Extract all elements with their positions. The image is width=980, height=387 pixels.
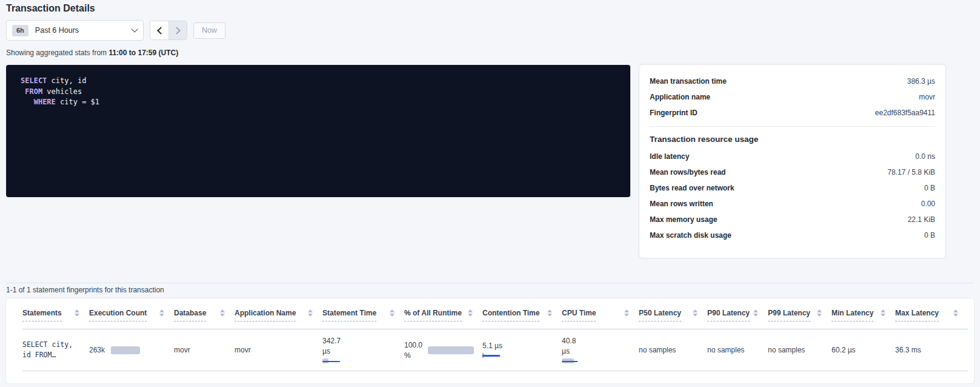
cpu-time-barchart xyxy=(562,358,639,364)
page-title: Transaction Details xyxy=(6,3,95,14)
summary-divider xyxy=(650,126,935,127)
sort-icon xyxy=(753,309,758,317)
column-header-p50-latency[interactable]: P50 Latency xyxy=(639,309,707,321)
statements-table: Statements Execution Count Database Appl… xyxy=(22,298,968,371)
sql-line-3: WHERE city = $1 xyxy=(21,97,616,108)
column-header-max-latency[interactable]: Max Latency xyxy=(895,309,968,321)
section-divider xyxy=(6,283,974,283)
column-header-contention-time[interactable]: Contention Time xyxy=(482,309,562,321)
summary-row-application-name: Application name movr xyxy=(650,89,935,105)
sort-icon xyxy=(693,309,698,317)
column-header-execution-count[interactable]: Execution Count xyxy=(89,309,174,321)
chevron-right-icon xyxy=(173,27,181,35)
sql-query-box: SELECT city, id FROM vehicles WHERE city… xyxy=(6,65,630,197)
sort-icon xyxy=(547,309,552,317)
time-range-label: Past 6 Hours xyxy=(35,26,79,35)
column-header-min-latency[interactable]: Min Latency xyxy=(832,309,895,321)
statement-row: SELECT city, id FROM… 263k movr movr 342… xyxy=(22,329,968,371)
time-picker-row: 6h Past 6 Hours Now xyxy=(6,20,225,41)
time-nav-buttons xyxy=(150,21,187,40)
summary-row-fingerprint-id: Fingerprint ID ee2df683f5aa9411 xyxy=(650,105,935,121)
chevron-left-icon xyxy=(157,27,165,35)
resource-row-mean-rows-written: Mean rows written 0.00 xyxy=(650,196,935,212)
time-range-badge: 6h xyxy=(12,25,28,36)
chevron-down-icon xyxy=(131,25,138,32)
resource-row-bytes-read-over-network: Bytes read over network 0 B xyxy=(650,180,935,196)
sort-icon xyxy=(953,309,958,317)
resource-row-mean-rows-bytes-read: Mean rows/bytes read 78.17 / 5.8 KiB xyxy=(650,164,935,180)
statement-time-barchart xyxy=(322,358,404,364)
stats-time-range: 11:00 to 17:59 (UTC) xyxy=(108,49,178,57)
resource-row-max-scratch-disk-usage: Max scratch disk usage 0 B xyxy=(650,227,935,243)
statements-count-caption: 1-1 of 1 statement fingerprints for this… xyxy=(6,286,164,294)
min-latency-cell: 60.2 µs xyxy=(832,346,895,354)
column-header-p90-latency[interactable]: P90 Latency xyxy=(707,309,768,321)
contention-time-cell: 5.1 µs xyxy=(482,342,562,358)
statement-time-cell: 342.7 µs xyxy=(322,337,404,364)
contention-time-barchart xyxy=(482,353,562,358)
resource-usage-heading: Transaction resource usage xyxy=(650,135,935,144)
application-name-cell: movr xyxy=(235,346,322,354)
column-header-application-name[interactable]: Application Name xyxy=(235,309,322,321)
transaction-summary-panel: Mean transaction time 386.3 µs Applicati… xyxy=(639,65,945,258)
sort-icon xyxy=(468,309,473,317)
cpu-time-cell: 40.8 µs xyxy=(562,337,639,364)
next-time-button[interactable] xyxy=(168,21,187,39)
column-header-statements[interactable]: Statements xyxy=(22,309,89,321)
p90-latency-cell: no samples xyxy=(707,346,768,354)
prev-time-button[interactable] xyxy=(150,21,168,39)
statement-fingerprint-link[interactable]: SELECT city, id FROM… xyxy=(22,340,89,360)
database-cell: movr xyxy=(174,346,235,354)
time-range-dropdown[interactable]: 6h Past 6 Hours xyxy=(6,20,144,41)
resource-row-idle-latency: Idle latency 0.0 ns xyxy=(650,149,935,164)
now-button[interactable]: Now xyxy=(193,22,225,39)
sort-icon xyxy=(220,309,225,317)
execution-count-cell: 263k xyxy=(89,346,174,354)
transaction-details-page: { "header": { "title": "Transaction Deta… xyxy=(0,0,980,387)
p99-latency-cell: no samples xyxy=(768,346,832,354)
column-header-database[interactable]: Database xyxy=(174,309,235,321)
execution-count-bar xyxy=(111,346,140,354)
sql-line-1: SELECT city, id xyxy=(21,76,616,87)
resource-row-max-memory-usage: Max memory usage 22.1 KiB xyxy=(650,212,935,227)
column-header-runtime-pct[interactable]: % of All Runtime xyxy=(404,309,482,321)
sort-icon xyxy=(881,309,885,317)
column-header-statement-time[interactable]: Statement Time xyxy=(322,309,404,321)
max-latency-cell: 36.3 ms xyxy=(895,346,968,354)
sort-icon xyxy=(624,309,629,317)
column-header-cpu-time[interactable]: CPU Time xyxy=(562,309,639,321)
statements-table-card: Statements Execution Count Database Appl… xyxy=(6,298,974,383)
column-header-p99-latency[interactable]: P99 Latency xyxy=(768,309,832,321)
sort-icon xyxy=(817,309,822,317)
sort-icon xyxy=(75,309,79,317)
runtime-pct-cell: 100.0% xyxy=(404,341,482,360)
runtime-pct-bar xyxy=(428,346,474,354)
aggregated-stats-caption: Showing aggregated stats from 11:00 to 1… xyxy=(6,49,178,57)
sort-icon xyxy=(390,309,395,317)
p50-latency-cell: no samples xyxy=(639,346,707,354)
statements-table-header: Statements Execution Count Database Appl… xyxy=(22,298,968,329)
sort-icon xyxy=(308,309,313,317)
summary-row-mean-transaction-time: Mean transaction time 386.3 µs xyxy=(650,73,935,89)
sort-icon xyxy=(159,309,164,317)
sql-line-2: FROM vehicles xyxy=(21,87,616,98)
